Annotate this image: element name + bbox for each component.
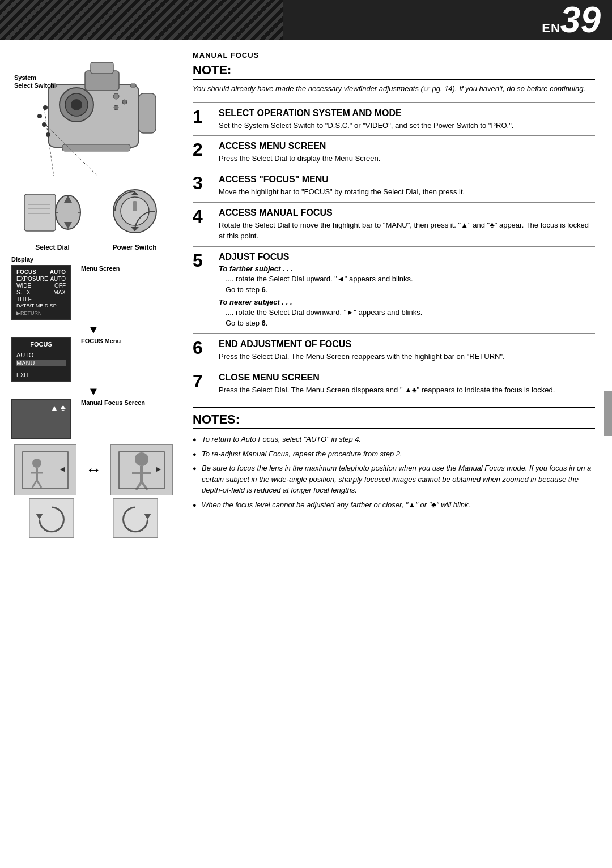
menu-item-title: TITLE xyxy=(16,296,66,302)
svg-point-3 xyxy=(71,99,82,110)
step-5-sub1-label: To farther subject . . . xyxy=(219,264,595,273)
step-6-number: 6 xyxy=(193,339,214,357)
step-7-number: 7 xyxy=(193,372,214,390)
manual-focus-label-block: Manual Focus Screen xyxy=(75,399,145,406)
camcorder-illustration xyxy=(17,51,170,176)
main-content: SystemSelect Switch xyxy=(0,40,612,549)
svg-rect-32 xyxy=(133,201,137,211)
focus-option-manu: MANU xyxy=(16,360,66,366)
notes-title: NOTES: xyxy=(193,412,595,429)
focus-option-auto: AUTO xyxy=(16,352,66,358)
step-5: 5 ADJUST FOCUS To farther subject . . . … xyxy=(193,246,595,333)
menu-screen-box: FOCUS AUTO EXPOSURE AUTO WIDE OFF S. LX … xyxy=(11,265,71,320)
svg-rect-6 xyxy=(139,93,156,133)
menu-screen-row-3: ▲ ♣ Manual Focus Screen xyxy=(11,399,176,439)
step-6-heading: END ADJUSTMENT OF FOCUS xyxy=(219,339,595,349)
svg-point-10 xyxy=(43,105,48,110)
bottom-img-far: ◄ xyxy=(14,444,76,495)
system-switch-label: SystemSelect Switch xyxy=(14,74,54,90)
menu-wide-name: WIDE xyxy=(16,283,31,289)
svg-point-7 xyxy=(113,93,119,99)
right-column: MANUAL FOCUS NOTE: You should already ha… xyxy=(181,45,612,544)
step-1-number: 1 xyxy=(193,108,214,126)
display-label: Display xyxy=(11,256,176,263)
menu-datetime-name: DATE/TIME DISP. xyxy=(16,303,57,309)
step-6: 6 END ADJUSTMENT OF FOCUS Press the Sele… xyxy=(193,333,595,367)
section-title: MANUAL FOCUS xyxy=(193,51,595,59)
step-2-content: ACCESS MENU SCREEN Press the Select Dial… xyxy=(219,140,595,164)
note-item-2: To re-adjust Manual Focus, repeat the pr… xyxy=(193,448,595,460)
focus-exit: EXIT xyxy=(16,370,66,378)
menu-item-focus: FOCUS AUTO xyxy=(16,269,66,275)
menu-slx-value: MAX xyxy=(53,289,66,296)
step-3-heading: ACCESS "FOCUS" MENU xyxy=(219,174,595,185)
note-item-3: Be sure to focus the lens in the maximum… xyxy=(193,463,595,496)
step-2-number: 2 xyxy=(193,140,214,159)
svg-rect-0 xyxy=(48,85,139,147)
page-number-block: EN 39 xyxy=(542,2,601,38)
step-5-sub2-goto: Go to step 6. xyxy=(226,318,595,329)
step-7: 7 CLOSE MENU SCREEN Press the Select Dia… xyxy=(193,367,595,400)
menu-screen-label: Menu Screen xyxy=(81,265,120,272)
step-5-heading: ADJUST FOCUS xyxy=(219,251,595,262)
power-switch-illustration xyxy=(104,183,166,240)
step-5-number: 5 xyxy=(193,251,214,270)
svg-rect-5 xyxy=(91,62,113,74)
page-header: EN 39 xyxy=(0,0,612,40)
left-column: SystemSelect Switch xyxy=(0,45,181,544)
step-4-content: ACCESS MANUAL FOCUS Rotate the Select Di… xyxy=(219,207,595,242)
icon-2-illustration xyxy=(113,498,158,538)
menu-screen-row-1: FOCUS AUTO EXPOSURE AUTO WIDE OFF S. LX … xyxy=(11,265,176,320)
near-subject-illustration: ► xyxy=(116,449,167,491)
note-item-4: When the focus level cannot be adjusted … xyxy=(193,499,595,511)
svg-text:►: ► xyxy=(155,464,163,473)
menu-item-wide: WIDE OFF xyxy=(16,283,66,289)
svg-point-12 xyxy=(42,122,46,127)
manual-focus-box: ▲ ♣ xyxy=(11,399,71,439)
icon-1-illustration xyxy=(29,498,74,538)
step-2-body: Press the Select Dial to display the Men… xyxy=(219,153,595,164)
menu-exposure-name: EXPOSURE xyxy=(16,276,48,282)
step-7-heading: CLOSE MENU SCREEN xyxy=(219,372,595,383)
arrow-down-1: ▼ xyxy=(11,323,176,336)
step-1: 1 SELECT OPERATION SYSTEM AND MODE Set t… xyxy=(193,102,595,136)
svg-text:◄: ◄ xyxy=(58,464,66,473)
menu-screens: Display FOCUS AUTO EXPOSURE AUTO WIDE OF… xyxy=(11,256,176,439)
step-2: 2 ACCESS MENU SCREEN Press the Select Di… xyxy=(193,135,595,169)
menu-return: ▶RETURN xyxy=(16,310,66,316)
manual-focus-symbols: ▲ ♣ xyxy=(50,403,66,412)
focus-menu-label: FOCUS Menu xyxy=(81,337,121,344)
step-1-content: SELECT OPERATION SYSTEM AND MODE Set the… xyxy=(219,108,595,131)
menu-item-datetime: DATE/TIME DISP. xyxy=(16,303,66,309)
svg-point-8 xyxy=(122,100,127,104)
menu-screen-row-2: FOCUS AUTO MANU EXIT FOCUS Menu xyxy=(11,337,176,382)
note-item-1: To return to Auto Focus, select "AUTO" i… xyxy=(193,434,595,445)
focus-menu-title: FOCUS xyxy=(16,341,66,349)
step-7-content: CLOSE MENU SCREEN Press the Select Dial.… xyxy=(219,372,595,396)
far-subject-illustration: ◄ xyxy=(20,449,71,491)
step-5-sub2-body: .... rotate the Select Dial downward. "►… xyxy=(226,307,595,318)
step-3: 3 ACCESS "FOCUS" MENU Move the highlight… xyxy=(193,169,595,202)
step-4-body: Rotate the Select Dial to move the highl… xyxy=(219,220,595,242)
step-4-heading: ACCESS MANUAL FOCUS xyxy=(219,207,595,218)
step-1-heading: SELECT OPERATION SYSTEM AND MODE xyxy=(219,108,595,118)
select-dial-container: Select Dial xyxy=(22,183,84,251)
menu-slx-name: S. LX xyxy=(16,289,30,296)
right-sidebar-tab xyxy=(604,391,612,436)
bottom-img-near: ► xyxy=(110,444,173,495)
step-4: 4 ACCESS MANUAL FOCUS Rotate the Select … xyxy=(193,202,595,246)
select-dial-illustration xyxy=(22,183,84,240)
focus-menu-box: FOCUS AUTO MANU EXIT xyxy=(11,337,71,382)
menu-screen-label-block: Menu Screen xyxy=(75,265,120,272)
svg-rect-16 xyxy=(62,144,130,151)
menu-focus-name: FOCUS xyxy=(16,269,36,275)
note-box: NOTE: You should already have made the n… xyxy=(193,63,595,95)
step-3-body: Move the highlight bar to "FOCUS" by rot… xyxy=(219,186,595,198)
svg-rect-15 xyxy=(130,84,136,87)
step-4-number: 4 xyxy=(193,207,214,225)
between-arrow: ↔ xyxy=(86,461,101,479)
step-2-heading: ACCESS MENU SCREEN xyxy=(219,140,595,151)
note-body: You should already have made the necessa… xyxy=(193,83,595,95)
menu-wide-value: OFF xyxy=(54,283,66,289)
menu-exposure-value: AUTO xyxy=(50,276,66,282)
